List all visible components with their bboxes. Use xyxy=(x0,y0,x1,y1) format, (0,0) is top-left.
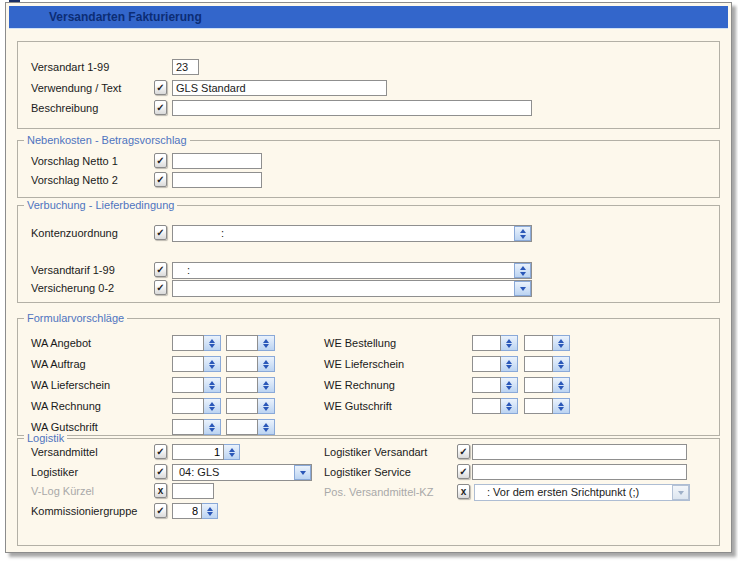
pos-versandmittel-kz-checkbox[interactable]: x xyxy=(457,484,470,499)
we-gutschrift-spinfield-2[interactable] xyxy=(524,398,570,414)
wa-lieferschein-input-1[interactable] xyxy=(172,377,204,393)
we-lieferschein-input-2[interactable] xyxy=(524,356,553,372)
wa-gutschrift-input-1[interactable] xyxy=(172,419,204,435)
wa-angebot-spinfield-1[interactable] xyxy=(172,335,221,351)
wa-rechnung-input-2[interactable] xyxy=(226,398,258,414)
wa-auftrag-spinner-2[interactable] xyxy=(258,356,275,372)
we-rechnung-spinner-1[interactable] xyxy=(501,377,518,393)
we-bestellung-input-2[interactable] xyxy=(524,335,553,351)
kommissioniergruppe-checkbox[interactable]: ✓ xyxy=(154,503,167,518)
we-bestellung-spinner-2[interactable] xyxy=(553,335,570,351)
we-bestellung-spinner-1[interactable] xyxy=(501,335,518,351)
we-lieferschein-spinner-2[interactable] xyxy=(553,356,570,372)
we-rechnung-spinfield-1[interactable] xyxy=(472,377,518,393)
vorschlag-netto1-input[interactable] xyxy=(172,153,262,169)
versicherung-checkbox[interactable]: ✓ xyxy=(154,280,167,295)
kommissioniergruppe-input[interactable] xyxy=(172,503,202,519)
wa-gutschrift-spinfield-1[interactable] xyxy=(172,419,221,435)
logistiker-service-checkbox[interactable]: ✓ xyxy=(457,464,470,479)
wa-auftrag-input-2[interactable] xyxy=(226,356,258,372)
wa-angebot-input-2[interactable] xyxy=(226,335,258,351)
vorschlag-netto1-checkbox[interactable]: ✓ xyxy=(154,153,167,168)
logistiker-checkbox[interactable]: ✓ xyxy=(154,464,167,479)
we-gutschrift-spinfield-1[interactable] xyxy=(472,398,518,414)
logistiker-versandart-input[interactable] xyxy=(472,444,687,460)
beschreibung-input[interactable] xyxy=(172,100,532,116)
verwendung-checkbox[interactable]: ✓ xyxy=(154,80,167,95)
wa-lieferschein-spinner-1[interactable] xyxy=(204,377,221,393)
verwendung-input[interactable] xyxy=(172,80,387,96)
wa-gutschrift-spinner-2[interactable] xyxy=(258,419,275,435)
we-bestellung-spinfield-2[interactable] xyxy=(524,335,570,351)
wa-lieferschein-input-2[interactable] xyxy=(226,377,258,393)
wa-lieferschein-spinner-2[interactable] xyxy=(258,377,275,393)
vorschlag-netto2-label: Vorschlag Netto 2 xyxy=(31,172,118,188)
versandtarif-checkbox[interactable]: ✓ xyxy=(154,262,167,277)
wa-rechnung-spinfield-2[interactable] xyxy=(226,398,275,414)
versandtarif-combobox[interactable]: : xyxy=(172,262,532,279)
beschreibung-checkbox[interactable]: ✓ xyxy=(154,100,167,115)
we-rechnung-input-2[interactable] xyxy=(524,377,553,393)
wa-angebot-spinner-2[interactable] xyxy=(258,335,275,351)
we-lieferschein-spinfield-1[interactable] xyxy=(472,356,518,372)
wa-auftrag-spinner-1[interactable] xyxy=(204,356,221,372)
versicherung-dropdown[interactable] xyxy=(172,280,532,297)
wa-rechnung-spinfield-1[interactable] xyxy=(172,398,221,414)
logistiker-dropdown[interactable]: 04: GLS xyxy=(172,464,312,481)
kontenzuordnung-combobox[interactable]: : xyxy=(172,225,532,242)
wa-lieferschein-spinfield-2[interactable] xyxy=(226,377,275,393)
versandmittel-input[interactable] xyxy=(172,444,224,460)
vorschlag-netto2-checkbox[interactable]: ✓ xyxy=(154,172,167,187)
wa-auftrag-input-1[interactable] xyxy=(172,356,204,372)
wa-angebot-spinner-1[interactable] xyxy=(204,335,221,351)
vlog-kuerzel-checkbox[interactable]: x xyxy=(154,483,167,498)
logistiker-versandart-checkbox[interactable]: ✓ xyxy=(457,444,470,459)
versandart-label: Versandart 1-99 xyxy=(31,59,109,75)
we-rechnung-spinfield-2[interactable] xyxy=(524,377,570,393)
versandmittel-spinner[interactable] xyxy=(224,444,240,460)
logistiker-dropdown-arrow[interactable] xyxy=(294,465,311,480)
we-lieferschein-spinner-1[interactable] xyxy=(501,356,518,372)
vlog-kuerzel-label: V-Log Kürzel xyxy=(31,483,94,499)
vorschlag-netto2-input[interactable] xyxy=(172,172,262,188)
we-lieferschein-input-1[interactable] xyxy=(472,356,501,372)
wa-auftrag-spinfield-1[interactable] xyxy=(172,356,221,372)
we-bestellung-spinfield-1[interactable] xyxy=(472,335,518,351)
wa-gutschrift-input-2[interactable] xyxy=(226,419,258,435)
window-titlebar[interactable]: Versandarten Fakturierung xyxy=(9,6,728,29)
kommissioniergruppe-spinfield[interactable] xyxy=(172,503,218,519)
versandmittel-checkbox[interactable]: ✓ xyxy=(154,444,167,459)
logistiker-service-input[interactable] xyxy=(472,464,687,480)
wa-auftrag-spinfield-2[interactable] xyxy=(226,356,275,372)
spin-up-icon xyxy=(520,229,526,233)
we-rechnung-input-1[interactable] xyxy=(472,377,501,393)
we-lieferschein-spinfield-2[interactable] xyxy=(524,356,570,372)
wa-gutschrift-spinfield-2[interactable] xyxy=(226,419,275,435)
wa-rechnung-spinner-2[interactable] xyxy=(258,398,275,414)
we-rechnung-spinner-2[interactable] xyxy=(553,377,570,393)
pos-versandmittel-kz-dropdown-arrow[interactable] xyxy=(672,485,689,500)
wa-lieferschein-spinfield-1[interactable] xyxy=(172,377,221,393)
kommissioniergruppe-label: Kommissioniergruppe xyxy=(31,503,137,519)
versandart-input[interactable] xyxy=(172,59,199,75)
we-gutschrift-spinner-2[interactable] xyxy=(553,398,570,414)
wa-gutschrift-spinner-1[interactable] xyxy=(204,419,221,435)
we-gutschrift-spinner-1[interactable] xyxy=(501,398,518,414)
wa-rechnung-spinner-1[interactable] xyxy=(204,398,221,414)
versandmittel-spinfield[interactable] xyxy=(172,444,240,460)
we-gutschrift-input-1[interactable] xyxy=(472,398,501,414)
wa-angebot-spinfield-2[interactable] xyxy=(226,335,275,351)
wa-rechnung-input-1[interactable] xyxy=(172,398,204,414)
versicherung-dropdown-arrow[interactable] xyxy=(514,281,531,296)
kontenzuordnung-checkbox[interactable]: ✓ xyxy=(154,225,167,240)
kontenzuordnung-spinner[interactable] xyxy=(514,226,531,241)
kommissioniergruppe-spinner[interactable] xyxy=(202,503,218,519)
pos-versandmittel-kz-dropdown[interactable]: : Vor dem ersten Srichtpunkt (;) xyxy=(474,484,690,501)
we-gutschrift-input-2[interactable] xyxy=(524,398,553,414)
wa-angebot-input-1[interactable] xyxy=(172,335,204,351)
versandtarif-spinner[interactable] xyxy=(514,263,531,278)
logistiker-value: 04: GLS xyxy=(173,465,293,480)
vlog-kuerzel-input[interactable] xyxy=(172,483,214,499)
we-bestellung-input-1[interactable] xyxy=(472,335,501,351)
we-gutschrift-label: WE Gutschrift xyxy=(324,398,392,414)
